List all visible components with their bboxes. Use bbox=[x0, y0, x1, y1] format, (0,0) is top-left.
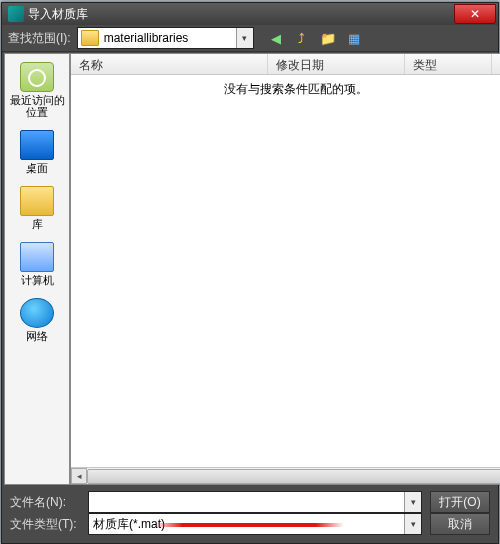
computer-icon bbox=[20, 242, 54, 272]
filetype-input[interactable] bbox=[89, 515, 404, 533]
column-header-size[interactable]: 大 bbox=[492, 54, 500, 74]
sidebar-item-library[interactable]: 库 bbox=[5, 182, 69, 234]
title-bar: 导入材质库 ✕ bbox=[2, 3, 498, 25]
sidebar-item-desktop[interactable]: 桌面 bbox=[5, 126, 69, 178]
library-icon bbox=[20, 186, 54, 216]
filename-dropdown-button[interactable]: ▾ bbox=[404, 492, 421, 512]
column-header-name[interactable]: 名称 bbox=[71, 54, 268, 74]
filename-input[interactable] bbox=[89, 493, 404, 511]
toolbar: 查找范围(I): ▾ ◀ ⤴ 📁 ▦ bbox=[2, 25, 498, 52]
chevron-down-icon: ▾ bbox=[411, 497, 416, 507]
filename-combo[interactable]: ▾ bbox=[88, 491, 422, 513]
file-list-area[interactable]: 没有与搜索条件匹配的项。 bbox=[71, 75, 500, 467]
sidebar-item-network[interactable]: 网络 bbox=[5, 294, 69, 346]
sidebar-item-computer[interactable]: 计算机 bbox=[5, 238, 69, 290]
views-icon[interactable]: ▦ bbox=[346, 30, 362, 46]
new-folder-icon[interactable]: 📁 bbox=[320, 30, 336, 46]
network-icon bbox=[20, 298, 54, 328]
places-sidebar: 最近访问的位置 桌面 库 计算机 网络 bbox=[4, 53, 70, 485]
up-one-level-icon[interactable]: ⤴ bbox=[294, 30, 310, 46]
empty-message: 没有与搜索条件匹配的项。 bbox=[224, 81, 368, 467]
sidebar-item-label: 计算机 bbox=[21, 274, 54, 286]
close-button[interactable]: ✕ bbox=[454, 4, 496, 24]
lookin-dropdown-button[interactable]: ▾ bbox=[236, 28, 253, 48]
lookin-combo[interactable]: ▾ bbox=[77, 27, 254, 49]
column-headers: 名称 修改日期 类型 大 bbox=[71, 54, 500, 75]
column-header-date[interactable]: 修改日期 bbox=[268, 54, 405, 74]
horizontal-scrollbar[interactable]: ◂ ▸ bbox=[71, 467, 500, 484]
sidebar-item-label: 桌面 bbox=[26, 162, 48, 174]
open-button[interactable]: 打开(O) bbox=[430, 491, 490, 513]
close-icon: ✕ bbox=[470, 7, 480, 21]
import-material-library-dialog: 导入材质库 ✕ 查找范围(I): ▾ ◀ ⤴ 📁 ▦ 最近访问的位置 bbox=[1, 2, 499, 544]
toolbar-icons: ◀ ⤴ 📁 ▦ bbox=[268, 30, 362, 46]
back-icon[interactable]: ◀ bbox=[268, 30, 284, 46]
cancel-button[interactable]: 取消 bbox=[430, 513, 490, 535]
desktop-icon bbox=[20, 130, 54, 160]
filename-row: 文件名(N): ▾ 打开(O) bbox=[10, 491, 490, 513]
dialog-body: 最近访问的位置 桌面 库 计算机 网络 名称 修改日期 bbox=[4, 53, 496, 485]
recent-places-icon bbox=[20, 62, 54, 92]
scroll-left-button[interactable]: ◂ bbox=[71, 468, 87, 484]
column-header-type[interactable]: 类型 bbox=[405, 54, 492, 74]
window-title: 导入材质库 bbox=[28, 6, 454, 23]
filetype-label: 文件类型(T): bbox=[10, 516, 80, 533]
chevron-down-icon: ▾ bbox=[242, 33, 247, 43]
sidebar-item-label: 最近访问的位置 bbox=[5, 94, 69, 118]
folder-icon bbox=[81, 30, 99, 46]
filetype-dropdown-button[interactable]: ▾ bbox=[404, 514, 421, 534]
filetype-row: 文件类型(T): ▾ 取消 bbox=[10, 513, 490, 535]
scroll-thumb[interactable] bbox=[87, 469, 500, 484]
lookin-input[interactable] bbox=[102, 29, 236, 47]
file-list-pane: 名称 修改日期 类型 大 没有与搜索条件匹配的项。 ◂ ▸ bbox=[70, 53, 500, 485]
sidebar-item-label: 库 bbox=[32, 218, 43, 230]
filetype-combo[interactable]: ▾ bbox=[88, 513, 422, 535]
filename-label: 文件名(N): bbox=[10, 494, 80, 511]
sidebar-item-label: 网络 bbox=[26, 330, 48, 342]
sidebar-item-recent[interactable]: 最近访问的位置 bbox=[5, 58, 69, 122]
app-icon bbox=[8, 6, 24, 22]
lookin-label: 查找范围(I): bbox=[8, 30, 71, 47]
chevron-down-icon: ▾ bbox=[411, 519, 416, 529]
bottom-panel: 文件名(N): ▾ 打开(O) 文件类型(T): ▾ 取消 bbox=[4, 487, 496, 541]
